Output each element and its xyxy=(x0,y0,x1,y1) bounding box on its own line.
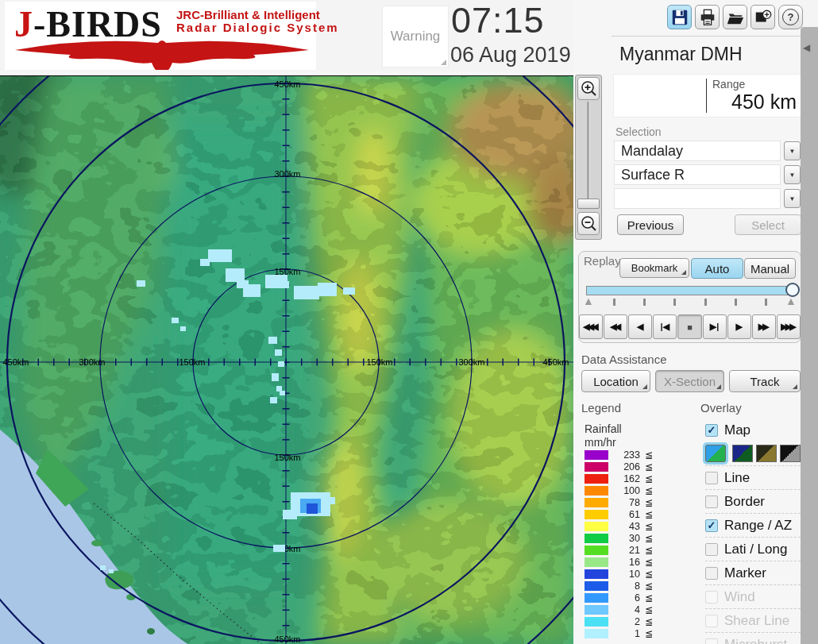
open-folder-button[interactable] xyxy=(723,5,747,29)
checkbox-checked-icon[interactable]: ✓ xyxy=(705,519,718,532)
track-button[interactable]: Track xyxy=(729,370,801,392)
legend-row: 6≦ xyxy=(585,592,654,604)
lte-symbol: ≦ xyxy=(640,592,653,604)
bookmark-button[interactable]: Bookmark xyxy=(619,258,689,278)
legend-value: 10 xyxy=(608,569,640,580)
selection-label: Selection xyxy=(615,125,662,138)
legend-swatch xyxy=(585,510,608,519)
play-reverse-button[interactable]: ◀ xyxy=(628,314,652,339)
overlay-item-label: Microburst xyxy=(724,637,787,644)
extra-dropdown-arrow[interactable]: ▼ xyxy=(784,189,801,208)
overlay-item-label: Shear Line xyxy=(724,613,789,629)
stop-button[interactable]: ■ xyxy=(677,314,701,339)
svg-text:300km: 300km xyxy=(79,357,105,367)
checkbox-icon[interactable] xyxy=(705,496,718,508)
legend-row: 100≦ xyxy=(585,484,654,496)
fast-rewind-3-button[interactable]: ◀◀◀ xyxy=(579,314,603,339)
svg-text:150km: 150km xyxy=(274,453,300,462)
lte-symbol: ≦ xyxy=(640,485,653,496)
product-dropdown[interactable]: Surface R xyxy=(614,164,781,185)
play-button[interactable]: ▶ xyxy=(727,314,751,339)
radar-map[interactable]: 450km 300km 150km 150km 300km 450km 450k… xyxy=(0,75,573,644)
lte-symbol: ≦ xyxy=(640,580,653,592)
legend-row: 10≦ xyxy=(585,568,654,580)
previous-button[interactable]: Previous xyxy=(617,214,684,235)
location-button[interactable]: Location xyxy=(581,370,650,392)
fast-forward-2-button[interactable]: ▶▶ xyxy=(752,314,776,339)
warning-label: Warning xyxy=(391,29,441,44)
xsection-button[interactable]: X-Section xyxy=(655,370,724,392)
legend-value: 1 xyxy=(608,628,640,639)
resize-grip-icon[interactable] xyxy=(441,60,446,65)
fast-forward-3-button[interactable]: ▶▶▶ xyxy=(777,314,801,339)
menu-corner-icon xyxy=(681,270,686,275)
auto-button[interactable]: Auto xyxy=(691,258,743,279)
overlay-item-lati-long[interactable]: Lati / Long xyxy=(705,537,801,561)
zoom-slider-handle[interactable] xyxy=(577,199,600,209)
help-button[interactable]: ? xyxy=(778,5,803,29)
slider-tick xyxy=(613,299,615,306)
range-label: Range xyxy=(712,78,745,91)
overlay-item-line[interactable]: Line xyxy=(705,465,801,489)
panel-collapse-strip[interactable] xyxy=(801,27,818,644)
legend-swatch xyxy=(585,498,608,507)
logo-tagline: JRC-Brilliant & Intelligent Radar Dialog… xyxy=(176,9,339,34)
overlay-item-border[interactable]: Border xyxy=(705,489,801,513)
zoom-out-button[interactable] xyxy=(577,212,600,235)
legend-row: 206≦ xyxy=(585,461,654,472)
warning-panel[interactable]: Warning xyxy=(382,6,449,67)
fast-rewind-2-button[interactable]: ◀◀ xyxy=(604,314,627,339)
overlay-item-label: Border xyxy=(724,494,765,510)
bookmark-label: Bookmark xyxy=(631,262,678,274)
checkbox-icon[interactable] xyxy=(705,567,718,580)
legend-row: 2≦ xyxy=(585,616,654,628)
step-back-button[interactable]: |◀ xyxy=(653,314,677,339)
range-end-marker-icon[interactable]: ▲ xyxy=(785,295,797,307)
overlay-item-range-az[interactable]: ✓Range / AZ xyxy=(705,513,801,537)
collapse-left-icon[interactable]: ◀ xyxy=(803,42,810,53)
overlay-label: Overlay xyxy=(700,401,742,415)
zoom-slider-track[interactable] xyxy=(587,102,590,205)
fast-rewind-3-icon: ◀◀◀ xyxy=(583,322,596,332)
legend-swatch xyxy=(585,474,608,484)
legend-label: Legend xyxy=(581,401,621,415)
range-box: Range 450 km xyxy=(613,74,802,118)
manual-button[interactable]: Manual xyxy=(744,258,796,279)
legend-row: 8≦ xyxy=(585,580,654,592)
map-style-swatch-2[interactable] xyxy=(732,445,753,462)
step-forward-icon: ▶| xyxy=(710,322,720,332)
product-dropdown-arrow[interactable]: ▼ xyxy=(784,165,801,184)
extra-dropdown[interactable] xyxy=(614,188,781,209)
legend-value: 21 xyxy=(608,545,640,556)
checkbox-icon[interactable] xyxy=(705,543,718,556)
printer-icon xyxy=(698,8,717,27)
capture-add-button[interactable] xyxy=(750,5,775,29)
overlay-item-map[interactable]: ✓Map xyxy=(705,418,801,442)
overlay-item-label: Line xyxy=(724,470,750,486)
map-style-swatch-3[interactable] xyxy=(756,445,777,462)
lte-symbol: ≦ xyxy=(640,521,653,532)
legend-value: 16 xyxy=(608,557,640,568)
step-forward-button[interactable]: ▶| xyxy=(703,314,727,339)
legend-swatch xyxy=(585,581,608,591)
checkbox-icon[interactable] xyxy=(705,472,718,484)
legend-row: 16≦ xyxy=(585,556,654,568)
overlay-item-marker[interactable]: Marker xyxy=(705,561,801,584)
map-style-swatch-4[interactable] xyxy=(780,445,801,462)
save-button[interactable] xyxy=(667,5,692,29)
slider-tick xyxy=(643,299,646,306)
checkbox-checked-icon[interactable]: ✓ xyxy=(705,424,718,437)
lte-symbol: ≦ xyxy=(640,545,653,556)
legend-value: 30 xyxy=(608,533,640,544)
svg-text:450km: 450km xyxy=(2,357,29,367)
overlay-item-label: Map xyxy=(724,422,750,438)
zoom-in-button[interactable] xyxy=(577,77,600,100)
legend-swatch xyxy=(585,522,608,531)
legend-unit-rainfall: Rainfall xyxy=(585,422,622,435)
range-start-marker-icon[interactable]: ▲ xyxy=(583,295,594,307)
replay-slider-track[interactable] xyxy=(586,286,793,295)
print-button[interactable] xyxy=(695,5,720,29)
site-dropdown[interactable]: Mandalay xyxy=(614,141,781,161)
site-dropdown-arrow[interactable]: ▼ xyxy=(784,141,801,160)
map-style-swatch-1[interactable] xyxy=(705,445,726,462)
